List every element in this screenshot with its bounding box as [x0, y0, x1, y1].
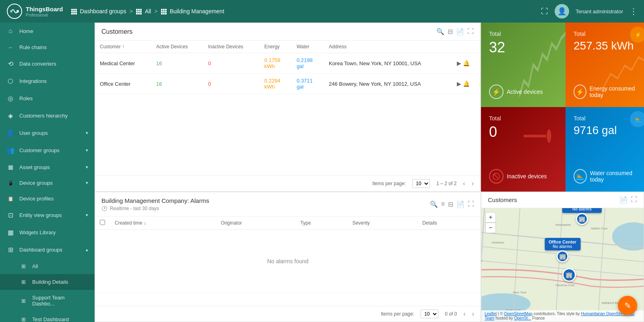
sidebar-item-entity-view-groups[interactable]: ⊡ Entity view groups ▾ [0, 206, 95, 224]
sidebar-item-home[interactable]: ⌂ Home [0, 23, 95, 39]
items-per-page-label: Items per page: [372, 181, 406, 186]
cell-address-1: 246 Bowery, New York, NY 10012, USA [324, 74, 452, 94]
integrations-icon: ⬡ [6, 77, 14, 85]
zoom-in-button[interactable]: + [485, 212, 496, 223]
sidebar-item-roles[interactable]: ◎ Roles [0, 90, 95, 107]
sidebar-item-test-dashboard[interactable]: ⊞ Test Dashboard [0, 312, 95, 322]
chevron-up-icon: ▴ [86, 247, 88, 252]
more-icon[interactable]: ⋮ [630, 6, 638, 16]
sidebar-item-widgets-library[interactable]: ▦ Widgets Library [0, 224, 95, 241]
col-inactive[interactable]: Inactive Devices [203, 41, 260, 53]
alarms-widget: Building Management Company: Alarms 🕐 Re… [95, 192, 481, 322]
stat-value-3: 9716 gal [574, 125, 642, 136]
edit-fab-button[interactable]: ✎ [618, 296, 637, 315]
water-icon: 🏊 [574, 169, 587, 184]
alarms-title-area: Building Management Company: Alarms 🕐 Re… [101, 197, 430, 211]
svg-text:Hallet's Cove: Hallet's Cove [591, 227, 607, 230]
alarms-prev-page-button[interactable]: ‹ [463, 310, 465, 318]
alarms-filter-icon[interactable]: ≡ [441, 200, 445, 208]
alarms-actions: 🔍 ≡ ⊟ 📄 ⛶ [430, 200, 474, 208]
sidebar-item-support-team[interactable]: ⊞ Support Team Dashbo... [0, 290, 95, 312]
sidebar-item-rule-chains[interactable]: ↔ Rule chains [0, 39, 95, 55]
col-customer[interactable]: Customer ↑ [95, 41, 151, 53]
openstreetmap-link[interactable]: OpenStreetMap [504, 312, 533, 316]
no-alarms-cell: No alarms found [95, 230, 481, 293]
col-details[interactable]: Details [417, 217, 481, 230]
fullscreen-icon[interactable]: ⛶ [467, 28, 474, 35]
sidebar-item-device-profiles[interactable]: 📋 Device profiles [0, 191, 95, 206]
col-checkbox [95, 217, 110, 230]
alarms-subtitle-text: Realtime - last 30 days [110, 206, 159, 211]
alarms-header: Building Management Company: Alarms 🕐 Re… [95, 192, 481, 217]
table-row: Office Center 16 0 0.2294kWh 0.3711gal 2… [95, 74, 480, 94]
svg-point-2 [17, 10, 19, 12]
map-fullscreen-icon[interactable]: ⛶ [631, 196, 637, 204]
sidebar-item-device-groups[interactable]: 📱 Device groups ▾ [0, 175, 95, 191]
sidebar-item-building-details[interactable]: ⊞ Building Details [0, 274, 95, 290]
alarms-columns-icon[interactable]: ⊟ [448, 200, 453, 208]
sidebar-label-support-team: Support Team Dashbo... [32, 295, 88, 307]
opensi-link[interactable]: OpenSt... [514, 316, 531, 320]
alarms-export-icon[interactable]: 📄 [456, 200, 464, 208]
cell-water-1: 0.3711gal [292, 74, 324, 94]
stat-label-bottom-2: Inactive devices [507, 173, 547, 180]
sidebar-item-customers-hierarchy[interactable]: ◈ Customers hierarchy [0, 107, 95, 124]
col-originator[interactable]: Originator [216, 217, 295, 230]
col-created-time[interactable]: Created time ↓ [110, 217, 216, 230]
col-severity[interactable]: Severity [347, 217, 417, 230]
map-actions: 📄 ⛶ [619, 196, 637, 204]
sidebar-item-data-converters[interactable]: ⟲ Data converters [0, 55, 95, 72]
sidebar-label-dashboard-groups: Dashboard groups [19, 247, 62, 253]
export-icon[interactable]: 📄 [456, 28, 464, 35]
columns-icon[interactable]: ⊟ [448, 28, 453, 35]
widgets-library-icon: ▦ [6, 229, 14, 236]
sidebar-label-rule-chains: Rule chains [19, 44, 47, 50]
col-address[interactable]: Address [324, 41, 452, 53]
fullscreen-icon[interactable]: ⛶ [541, 7, 548, 16]
col-water[interactable]: Water [292, 41, 324, 53]
alarms-fullscreen-icon[interactable]: ⛶ [468, 200, 474, 208]
water-top-icon: 🏊 [630, 111, 644, 127]
zoom-out-button[interactable]: − [485, 223, 496, 233]
bell-button-1[interactable]: 🔔 [463, 80, 470, 87]
sidebar: ⌂ Home ↔ Rule chains ⟲ Data converters ⬡… [0, 23, 95, 322]
sidebar-item-integrations[interactable]: ⬡ Integrations [0, 72, 95, 90]
stat-footer-3: 🏊 Water consumed today [574, 169, 642, 184]
device-groups-icon: 📱 [6, 180, 14, 186]
sidebar-item-customer-groups[interactable]: 👥 Customer groups ▾ [0, 142, 95, 159]
bell-button-0[interactable]: 🔔 [463, 60, 470, 66]
logo-icon [6, 3, 23, 19]
breadcrumb-item-2[interactable]: Building Management [161, 8, 224, 14]
breadcrumb-item-1[interactable]: All [136, 8, 151, 14]
alarms-items-per-page-select[interactable]: 10 25 [421, 310, 438, 318]
sidebar-item-all[interactable]: ⊞ All [0, 258, 95, 274]
select-all-checkbox[interactable] [100, 220, 105, 225]
pin-icon-office: 🏢 [559, 253, 566, 260]
avatar[interactable]: 👤 [555, 4, 569, 19]
sidebar-item-asset-groups[interactable]: ▦ Asset groups ▾ [0, 159, 95, 175]
alarms-search-icon[interactable]: 🔍 [430, 200, 438, 208]
logo-subtitle: Professional [26, 13, 63, 17]
col-type[interactable]: Type [295, 217, 347, 230]
prev-page-button[interactable]: ‹ [463, 180, 465, 187]
svg-point-4 [547, 129, 551, 143]
cell-energy-0: 0.1759kWh [260, 53, 292, 74]
breadcrumb-item-0[interactable]: Dashboard groups [71, 8, 126, 14]
play-button-1[interactable]: ▶ [457, 80, 461, 87]
sidebar-label-integrations: Integrations [19, 78, 47, 84]
items-per-page-select[interactable]: 10 25 50 [412, 179, 430, 188]
pin-status-medical: No alarms [566, 208, 598, 211]
map-leaflet-link[interactable]: Leaflet [485, 312, 497, 316]
sidebar-item-user-groups[interactable]: 👤 User groups ▾ [0, 124, 95, 142]
col-energy[interactable]: Energy [260, 41, 292, 53]
search-icon[interactable]: 🔍 [436, 28, 444, 35]
sidebar-item-dashboard-groups[interactable]: ⊞ Dashboard groups ▴ [0, 241, 95, 258]
left-top-panel: Customers 🔍 ⊟ 📄 ⛶ [95, 23, 481, 192]
energy-top-icon: ⚡ [630, 27, 644, 43]
map-export-icon[interactable]: 📄 [619, 196, 627, 204]
alarms-page-info: 0 of 0 [445, 311, 457, 317]
col-active[interactable]: Active Devices [151, 41, 203, 53]
next-page-button[interactable]: › [472, 180, 474, 187]
alarms-next-page-button[interactable]: › [472, 310, 474, 318]
play-button-0[interactable]: ▶ [457, 60, 461, 66]
